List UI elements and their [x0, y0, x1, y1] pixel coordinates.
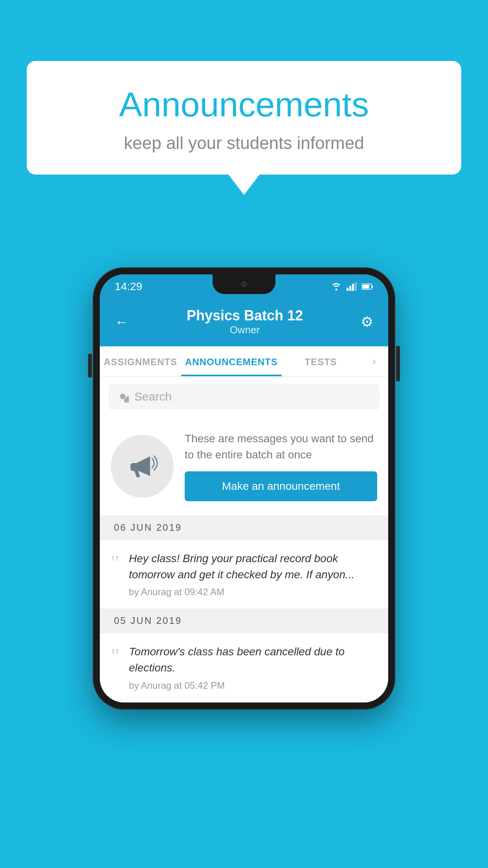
bubble-title: Announcements	[54, 85, 434, 125]
announcement-text-2: Tomorrow's class has been cancelled due …	[129, 644, 377, 676]
phone-mockup: 14:29	[93, 267, 395, 710]
svg-rect-3	[355, 282, 357, 291]
wifi-icon	[331, 282, 342, 291]
announcement-content-1: Hey class! Bring your practical record b…	[129, 551, 377, 598]
svg-rect-6	[362, 285, 369, 289]
tab-assignments[interactable]: ASSIGNMENTS	[100, 346, 181, 376]
phone-screen: 14:29	[100, 274, 388, 702]
announcement-meta-1: by Anurag at 09:42 AM	[129, 587, 377, 598]
signal-icon	[347, 282, 357, 291]
search-bar[interactable]: Search	[108, 384, 380, 410]
bubble-subtitle: keep all your students informed	[54, 133, 434, 153]
quote-icon-2: "	[111, 645, 119, 667]
gear-icon[interactable]: ⚙	[361, 314, 373, 330]
tab-tests[interactable]: TESTS	[282, 346, 360, 376]
make-announcement-button[interactable]: Make an announcement	[185, 471, 377, 501]
svg-rect-0	[347, 288, 349, 291]
status-icons	[331, 282, 373, 291]
status-bar: 14:29	[100, 274, 388, 299]
announcement-content-2: Tomorrow's class has been cancelled due …	[129, 644, 377, 691]
status-time: 14:29	[115, 280, 142, 293]
promo-block: These are messages you want to send to t…	[100, 417, 388, 516]
battery-icon	[361, 283, 373, 290]
announcement-text-1: Hey class! Bring your practical record b…	[129, 551, 377, 583]
back-button[interactable]: ←	[115, 314, 129, 330]
svg-rect-5	[372, 285, 373, 288]
tabs-bar: ASSIGNMENTS ANNOUNCEMENTS TESTS ›	[100, 346, 388, 377]
announcement-meta-2: by Anurag at 05:42 PM	[129, 680, 377, 691]
tab-announcements[interactable]: ANNOUNCEMENTS	[181, 346, 282, 376]
tab-more-icon[interactable]: ›	[360, 346, 388, 376]
announcement-icon	[127, 451, 158, 482]
header-center: Physics Batch 12 Owner	[187, 307, 303, 336]
promo-right: These are messages you want to send to t…	[185, 431, 377, 501]
date-separator-2: 05 JUN 2019	[100, 609, 388, 633]
speech-bubble-section: Announcements keep all your students inf…	[27, 61, 461, 175]
camera-notch	[240, 280, 248, 289]
speech-bubble: Announcements keep all your students inf…	[27, 61, 461, 175]
svg-rect-1	[349, 286, 351, 291]
search-icon	[117, 391, 129, 403]
promo-description: These are messages you want to send to t…	[185, 431, 377, 463]
quote-icon-1: "	[111, 552, 119, 574]
announcement-item-1[interactable]: " Hey class! Bring your practical record…	[100, 540, 388, 609]
header-subtitle: Owner	[187, 324, 303, 336]
header-title: Physics Batch 12	[187, 307, 303, 324]
search-bar-wrapper: Search	[100, 377, 388, 417]
announcement-item-2[interactable]: " Tomorrow's class has been cancelled du…	[100, 633, 388, 702]
app-header: ← Physics Batch 12 Owner ⚙	[100, 299, 388, 346]
date-separator-1: 06 JUN 2019	[100, 516, 388, 540]
svg-rect-2	[352, 284, 354, 291]
search-placeholder: Search	[134, 390, 172, 403]
phone-outer: 14:29	[93, 267, 395, 710]
notch	[213, 274, 275, 294]
promo-icon-circle	[111, 435, 174, 498]
